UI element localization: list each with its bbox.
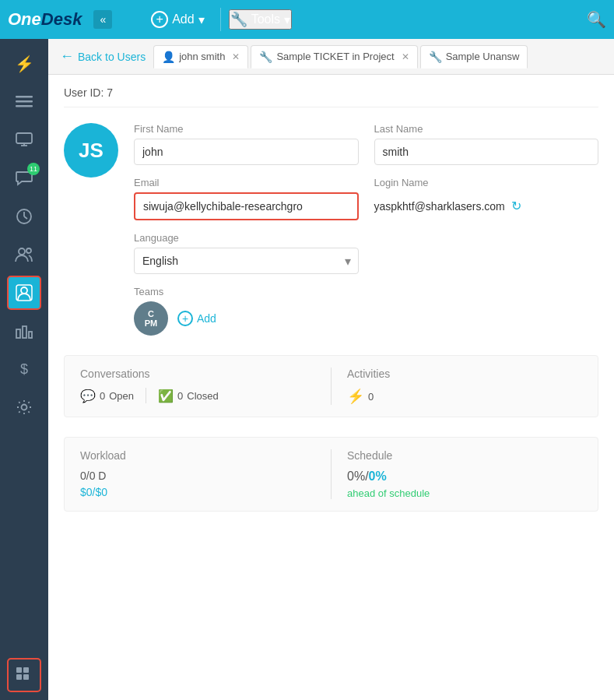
open-conversations[interactable]: 💬 0 Open [80, 389, 134, 403]
svg-rect-13 [16, 329, 20, 338]
nav-divider [220, 8, 221, 31]
open-label: Open [109, 390, 134, 402]
sidebar-icon-monitor[interactable] [7, 123, 41, 157]
closed-label: Closed [187, 390, 218, 402]
add-label: Add [172, 12, 194, 26]
tools-button[interactable]: 🔧 Tools ▾ [229, 9, 292, 30]
add-team-plus-icon: + [177, 311, 193, 326]
refresh-icon[interactable]: ↻ [511, 199, 521, 213]
sidebar-icon-contacts[interactable] [7, 276, 41, 310]
tab-sample-unanswered-label: Sample Unansw [446, 51, 520, 62]
last-name-group: Last Name [374, 123, 599, 165]
svg-point-10 [26, 248, 31, 253]
sidebar-icon-chart[interactable] [7, 314, 41, 348]
tab-bar: ← Back to Users 👤 john smith ✕ 🔧 Sample … [48, 39, 614, 75]
add-button[interactable]: + Add ▾ [143, 7, 212, 32]
tab-sample-unanswered[interactable]: 🔧 Sample Unansw [420, 45, 528, 69]
last-name-label: Last Name [374, 123, 599, 135]
tools-label: Tools [251, 12, 280, 26]
name-row: First Name Last Name [134, 123, 598, 165]
workload-col: Workload 0/0 D $0/$0 [80, 449, 331, 499]
sidebar-icon-clock[interactable] [7, 199, 41, 234]
placeholder-group [374, 232, 599, 274]
avatar-row: JS First Name Last Name [64, 123, 598, 336]
back-arrow-icon: ← [60, 48, 74, 65]
svg-rect-2 [16, 105, 33, 107]
conversations-title: Conversations [80, 368, 315, 380]
conversations-activities-section: Conversations 💬 0 Open ✅ 0 [64, 355, 598, 417]
activities-col: Activities ⚡ 0 [331, 368, 582, 405]
workload-schedule-section: Workload 0/0 D $0/$0 Schedule 0%/0% [64, 437, 598, 512]
workload-row: Workload 0/0 D $0/$0 Schedule 0%/0% [80, 449, 582, 499]
top-nav: OneDesk « + Add ▾ 🔧 Tools ▾ 🔍 [0, 0, 614, 39]
svg-rect-18 [23, 667, 29, 673]
svg-rect-15 [29, 332, 32, 338]
email-label: Email [134, 177, 359, 188]
closed-conversations[interactable]: ✅ 0 Closed [158, 389, 219, 403]
sidebar-icon-grid[interactable] [7, 658, 41, 692]
login-name-value: yaspkhtf@sharklasers.com ↻ [374, 192, 599, 220]
svg-point-11 [21, 287, 27, 294]
back-to-users-button[interactable]: ← Back to Users [52, 44, 153, 69]
teams-group: Teams CPM + Add [134, 286, 598, 336]
activity-item: ⚡ 0 [347, 388, 582, 405]
workload-value: 0/0 D [80, 470, 315, 482]
sidebar-icon-lightning[interactable]: ⚡ [7, 47, 41, 81]
svg-rect-1 [16, 100, 33, 103]
teams-label: Teams [134, 286, 598, 297]
first-name-input[interactable] [134, 139, 359, 165]
open-chat-icon: 💬 [80, 389, 96, 403]
svg-rect-14 [23, 326, 26, 338]
svg-line-8 [24, 216, 27, 219]
tab-user-icon: 👤 [162, 51, 175, 63]
login-name-label: Login Name [374, 177, 599, 188]
schedule-pct: 0%/0% [347, 470, 582, 484]
first-name-group: First Name [134, 123, 359, 165]
team-avatar: CPM [134, 301, 168, 336]
schedule-pct1: 0% [347, 470, 365, 483]
language-select[interactable]: English French Spanish German [134, 248, 359, 274]
app-logo: OneDesk [8, 9, 82, 30]
stats-divider [146, 388, 146, 403]
closed-chat-icon: ✅ [158, 389, 174, 403]
svg-rect-0 [16, 96, 33, 98]
tab-sample-ticket-close[interactable]: ✕ [402, 51, 409, 62]
language-row: Language English French Spanish German ▾ [134, 232, 598, 274]
schedule-title: Schedule [347, 449, 582, 462]
tab-unanswered-icon: 🔧 [429, 51, 442, 63]
tab-john-smith-label: john smith [179, 51, 225, 62]
open-count: 0 [100, 390, 105, 402]
tab-sample-ticket[interactable]: 🔧 Sample TICKET in Project ✕ [251, 45, 417, 69]
activity-icon: ⚡ [347, 388, 364, 405]
sidebar-icon-dollar[interactable]: $ [7, 352, 41, 386]
svg-rect-17 [16, 667, 22, 673]
sidebar-icon-chat[interactable]: 11 [7, 161, 41, 195]
tab-john-smith-close[interactable]: ✕ [232, 51, 240, 62]
sidebar-icon-users[interactable] [7, 237, 41, 272]
schedule-sub: ahead of schedule [347, 487, 582, 499]
user-form: JS First Name Last Name [64, 123, 598, 512]
email-login-row: Email Login Name yaspkhtf@sharklasers.co… [134, 177, 598, 220]
tab-john-smith[interactable]: 👤 john smith ✕ [153, 45, 248, 69]
app-layout: ⚡ 11 [0, 39, 614, 700]
sidebar-icon-settings[interactable] [7, 390, 41, 424]
tools-dropdown-icon: ▾ [284, 12, 290, 27]
collapse-button[interactable]: « [93, 10, 112, 29]
tab-sample-ticket-label: Sample TICKET in Project [276, 51, 394, 62]
svg-rect-19 [16, 674, 22, 680]
workload-title: Workload [80, 449, 315, 462]
email-group: Email [134, 177, 359, 220]
svg-point-9 [19, 248, 25, 255]
activity-count: 0 [368, 391, 374, 403]
svg-point-16 [22, 405, 27, 410]
last-name-input[interactable] [374, 139, 599, 165]
email-input[interactable] [135, 194, 357, 219]
schedule-pct2: 0% [369, 470, 387, 483]
sidebar-icon-list[interactable] [7, 85, 41, 119]
search-button[interactable]: 🔍 [587, 10, 606, 29]
conversations-col: Conversations 💬 0 Open ✅ 0 [80, 368, 331, 405]
tools-icon: 🔧 [230, 11, 247, 28]
add-team-button[interactable]: + Add [177, 311, 216, 326]
first-name-label: First Name [134, 123, 359, 135]
schedule-col: Schedule 0%/0% ahead of schedule [331, 449, 582, 499]
